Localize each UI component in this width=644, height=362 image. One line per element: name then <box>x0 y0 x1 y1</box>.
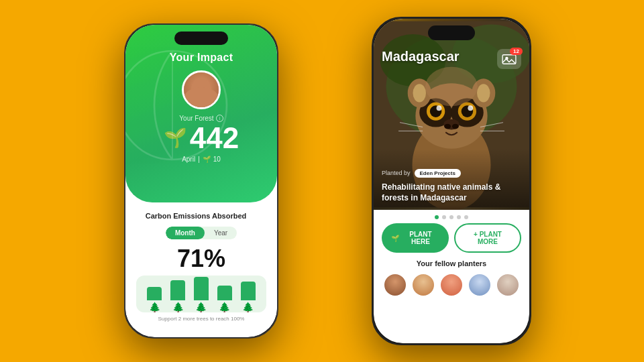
bar <box>147 287 162 300</box>
chart-bar-5: 🌲 <box>241 282 256 312</box>
fellow-section: Your fellow planters <box>374 259 529 297</box>
svg-point-20 <box>477 84 490 102</box>
fellow-planters-title: Your fellow planters <box>382 259 521 267</box>
notch-right <box>428 25 475 40</box>
toggle-pill: Month Year <box>166 227 237 239</box>
buttons-row: 🌱 PLANT HERE + PLANT MORE <box>374 223 529 253</box>
svg-point-16 <box>452 124 459 129</box>
planter-avatar-3 <box>439 273 464 297</box>
carbon-info-icon[interactable]: i <box>250 213 257 220</box>
madagascar-title-row: Madagascar 12 <box>382 49 521 69</box>
plant-here-button[interactable]: 🌱 PLANT HERE <box>382 223 449 253</box>
planter-avatar-2 <box>411 273 435 297</box>
planter-avatar-5 <box>496 273 520 297</box>
plant-icon: 🌱 <box>391 235 399 242</box>
phone-left: Your Impact Your Forest i 🌱 442 April | … <box>124 23 278 339</box>
toggle-month[interactable]: Month <box>166 227 205 239</box>
carbon-title-row: Carbon Emissions Absorbed i <box>136 212 266 220</box>
avatar-image <box>184 72 219 107</box>
planted-by-row: Planted by Eden Projects <box>382 169 521 178</box>
bar <box>217 286 232 300</box>
toggle-year[interactable]: Year <box>205 227 237 239</box>
plant-more-button[interactable]: + PLANT MORE <box>454 223 521 253</box>
bar <box>170 280 185 300</box>
chart-area: 🌲 🌲 🌲 🌲 <box>136 276 266 312</box>
planter-avatar-1 <box>383 273 407 297</box>
dot-4[interactable] <box>457 215 461 219</box>
planters-row <box>382 273 521 297</box>
eden-badge[interactable]: Eden Projects <box>415 169 461 178</box>
svg-point-15 <box>444 124 451 129</box>
chart-bar-3: 🌲 <box>194 277 209 312</box>
dot-1[interactable] <box>435 215 439 219</box>
avatar <box>182 70 221 109</box>
gallery-button[interactable]: 12 <box>497 49 521 69</box>
chart-bar-1: 🌲 <box>147 287 162 312</box>
percent-display: 71% <box>136 245 266 273</box>
image-bottom-overlay: Planted by Eden Projects Rehabilitating … <box>374 149 529 210</box>
tree-chart-icon: 🌲 <box>149 302 160 312</box>
toggle-row: Month Year <box>136 227 266 239</box>
support-text: Support 2 more trees to reach 100% <box>136 316 266 322</box>
dot-3[interactable] <box>449 215 453 219</box>
phone-right: Madagascar 12 Pla <box>372 17 531 345</box>
svg-point-12 <box>437 105 442 111</box>
tree-chart-icon: 🌲 <box>172 302 184 312</box>
chart-bar-4: 🌲 <box>217 286 232 312</box>
bar <box>241 282 256 300</box>
impact-header: Your Impact Your Forest i 🌱 442 April | … <box>125 25 277 202</box>
tree-chart-icon: 🌲 <box>242 302 254 312</box>
bar <box>194 277 209 300</box>
notification-badge: 12 <box>510 48 523 55</box>
carbon-section: Carbon Emissions Absorbed i Month Year 7… <box>125 202 277 328</box>
location-title: Madagascar <box>382 49 460 64</box>
dot-2[interactable] <box>442 215 446 219</box>
phones-container: Your Impact Your Forest i 🌱 442 April | … <box>0 0 644 362</box>
dot-5[interactable] <box>464 215 468 219</box>
planted-by-label: Planted by <box>382 170 411 176</box>
notch-left <box>174 32 228 45</box>
project-description: Rehabilitating native animals & forests … <box>382 182 521 203</box>
tree-chart-icon: 🌲 <box>219 302 230 312</box>
madagascar-image: Madagascar 12 Pla <box>374 19 529 210</box>
planter-avatar-4 <box>468 273 492 297</box>
chart-bar-2: 🌲 <box>170 280 185 312</box>
svg-point-21 <box>425 67 478 106</box>
dots-row <box>374 210 529 223</box>
tree-chart-icon: 🌲 <box>195 302 207 312</box>
svg-point-19 <box>413 84 425 102</box>
svg-point-13 <box>468 105 473 111</box>
